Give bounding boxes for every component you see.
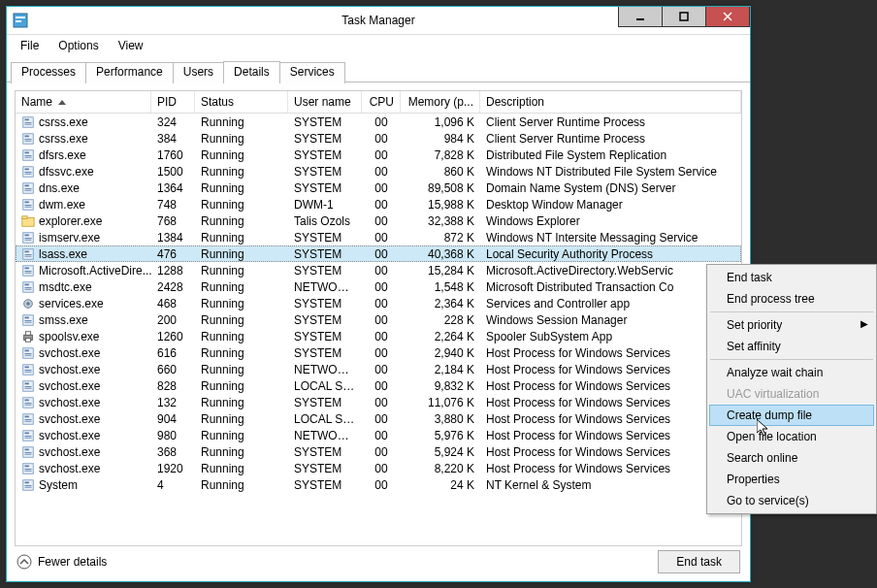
tab-performance[interactable]: Performance xyxy=(85,62,174,83)
minimize-button[interactable] xyxy=(618,7,663,27)
process-pid: 132 xyxy=(151,396,195,409)
process-description: Windows Session Manager xyxy=(480,313,741,327)
process-cpu: 00 xyxy=(362,297,401,310)
col-description[interactable]: Description xyxy=(480,91,741,113)
table-row[interactable]: smss.exe200RunningSYSTEM00228 KWindows S… xyxy=(16,311,741,328)
table-row[interactable]: svchost.exe368RunningSYSTEM005,924 KHost… xyxy=(16,443,741,460)
process-user: NETWORK... xyxy=(288,429,362,442)
table-row[interactable]: svchost.exe1920RunningSYSTEM008,220 KHos… xyxy=(16,460,741,476)
process-name: lsass.exe xyxy=(16,247,151,261)
svg-rect-10 xyxy=(25,123,32,124)
table-row[interactable]: lsass.exe476RunningSYSTEM0040,368 KLocal… xyxy=(16,245,741,262)
col-status[interactable]: Status xyxy=(195,91,288,113)
process-user: SYSTEM xyxy=(288,330,362,343)
svg-rect-46 xyxy=(25,283,29,285)
menu-view[interactable]: View xyxy=(111,37,151,54)
table-row[interactable]: System4RunningSYSTEM0024 KNT Kernel & Sy… xyxy=(16,476,741,493)
table-row[interactable]: csrss.exe324RunningSYSTEM001,096 KClient… xyxy=(16,114,741,130)
process-description: Windows NT Distributed File System Servi… xyxy=(480,165,741,179)
svg-point-94 xyxy=(17,555,31,569)
svg-rect-92 xyxy=(25,485,32,486)
ctx-analyze-wait-chain[interactable]: Analyze wait chain xyxy=(709,362,874,383)
svg-rect-75 xyxy=(25,415,29,417)
table-row[interactable]: services.exe468RunningSYSTEM002,364 KSer… xyxy=(16,295,741,311)
app-icon xyxy=(13,13,28,28)
menu-file[interactable]: File xyxy=(13,37,47,54)
fewer-details-button[interactable]: Fewer details xyxy=(16,554,107,570)
table-row[interactable]: svchost.exe132RunningSYSTEM0011,076 KHos… xyxy=(16,394,741,410)
ctx-end-process-tree[interactable]: End process tree xyxy=(709,288,874,310)
details-panel: Name PID Status User name CPU Memory (p.… xyxy=(15,90,742,546)
process-status: Running xyxy=(195,363,288,376)
ctx-open-file-location[interactable]: Open file location xyxy=(709,426,874,447)
table-row[interactable]: dfsrs.exe1760RunningSYSTEM007,828 KDistr… xyxy=(16,147,741,163)
process-user: SYSTEM xyxy=(288,148,362,162)
table-row[interactable]: csrss.exe384RunningSYSTEM00984 KClient S… xyxy=(16,130,741,147)
svg-rect-73 xyxy=(25,404,32,405)
svg-rect-4 xyxy=(680,13,688,20)
ctx-go-to-service-s-[interactable]: Go to service(s) xyxy=(709,490,874,511)
svg-rect-84 xyxy=(25,452,32,453)
close-button[interactable] xyxy=(705,7,750,27)
tab-services[interactable]: Services xyxy=(279,62,345,83)
titlebar[interactable]: Task Manager xyxy=(7,7,750,35)
process-memory: 2,184 K xyxy=(401,363,480,376)
table-row[interactable]: svchost.exe904RunningLOCAL SE...003,880 … xyxy=(16,410,741,427)
table-row[interactable]: svchost.exe828RunningLOCAL SE...009,832 … xyxy=(16,377,741,394)
table-row[interactable]: dns.exe1364RunningSYSTEM0089,508 KDomain… xyxy=(16,180,741,196)
table-row[interactable]: dfssvc.exe1500RunningSYSTEM00860 KWindow… xyxy=(16,163,741,180)
end-task-button[interactable]: End task xyxy=(658,550,740,573)
process-name: svchost.exe xyxy=(16,396,151,409)
ctx-search-online[interactable]: Search online xyxy=(709,447,874,469)
process-user: SYSTEM xyxy=(288,346,362,360)
process-memory: 8,220 K xyxy=(401,462,480,475)
process-memory: 7,828 K xyxy=(401,148,480,162)
col-cpu[interactable]: CPU xyxy=(362,91,401,113)
context-menu[interactable]: End taskEnd process treeSet priority▶Set… xyxy=(706,264,877,514)
tab-processes[interactable]: Processes xyxy=(11,62,86,83)
svg-rect-88 xyxy=(25,469,32,470)
process-pid: 904 xyxy=(151,412,195,426)
process-status: Running xyxy=(195,445,288,459)
process-user: NETWORK... xyxy=(288,280,362,294)
table-row[interactable]: svchost.exe660RunningNETWORK...002,184 K… xyxy=(16,361,741,377)
svg-rect-29 xyxy=(25,205,32,206)
col-user[interactable]: User name xyxy=(288,91,362,113)
process-name: smss.exe xyxy=(16,313,151,327)
tab-details[interactable]: Details xyxy=(223,61,280,82)
process-list[interactable]: csrss.exe324RunningSYSTEM001,096 KClient… xyxy=(16,114,741,540)
col-pid[interactable]: PID xyxy=(151,91,195,113)
process-cpu: 00 xyxy=(362,330,401,343)
ctx-properties[interactable]: Properties xyxy=(709,469,874,490)
col-memory[interactable]: Memory (p... xyxy=(401,91,480,113)
process-user: SYSTEM xyxy=(288,297,362,310)
svg-rect-54 xyxy=(25,321,32,322)
tab-users[interactable]: Users xyxy=(173,62,224,83)
maximize-button[interactable] xyxy=(662,7,706,27)
sort-ascending-icon xyxy=(58,100,66,105)
table-row[interactable]: dwm.exe748RunningDWM-10015,988 KDesktop … xyxy=(16,196,741,212)
table-row[interactable]: svchost.exe980RunningNETWORK...005,976 K… xyxy=(16,427,741,443)
process-cpu: 00 xyxy=(362,478,401,492)
svg-rect-79 xyxy=(25,432,29,434)
ctx-set-affinity[interactable]: Set affinity xyxy=(709,336,874,357)
process-cpu: 00 xyxy=(362,214,401,228)
table-row[interactable]: spoolsv.exe1260RunningSYSTEM002,264 KSpo… xyxy=(16,328,741,344)
ctx-create-dump-file[interactable]: Create dump file xyxy=(709,405,874,426)
ctx-end-task[interactable]: End task xyxy=(709,267,874,288)
table-row[interactable]: Microsoft.ActiveDire...1288RunningSYSTEM… xyxy=(16,262,741,278)
col-name[interactable]: Name xyxy=(16,91,151,113)
process-memory: 5,924 K xyxy=(401,445,480,459)
process-status: Running xyxy=(195,346,288,360)
table-row[interactable]: ismserv.exe1384RunningSYSTEM00872 KWindo… xyxy=(16,229,741,245)
process-name: csrss.exe xyxy=(16,132,151,146)
menu-options[interactable]: Options xyxy=(50,37,106,54)
process-user: LOCAL SE... xyxy=(288,412,362,426)
svg-rect-53 xyxy=(25,320,32,321)
process-name: services.exe xyxy=(16,297,151,310)
table-row[interactable]: svchost.exe616RunningSYSTEM002,940 KHost… xyxy=(16,344,741,361)
table-row[interactable]: msdtc.exe2428RunningNETWORK...001,548 KM… xyxy=(16,278,741,295)
process-cpu: 00 xyxy=(362,412,401,426)
table-row[interactable]: explorer.exe768RunningTalis Ozols0032,38… xyxy=(16,212,741,229)
ctx-set-priority[interactable]: Set priority▶ xyxy=(709,314,874,336)
